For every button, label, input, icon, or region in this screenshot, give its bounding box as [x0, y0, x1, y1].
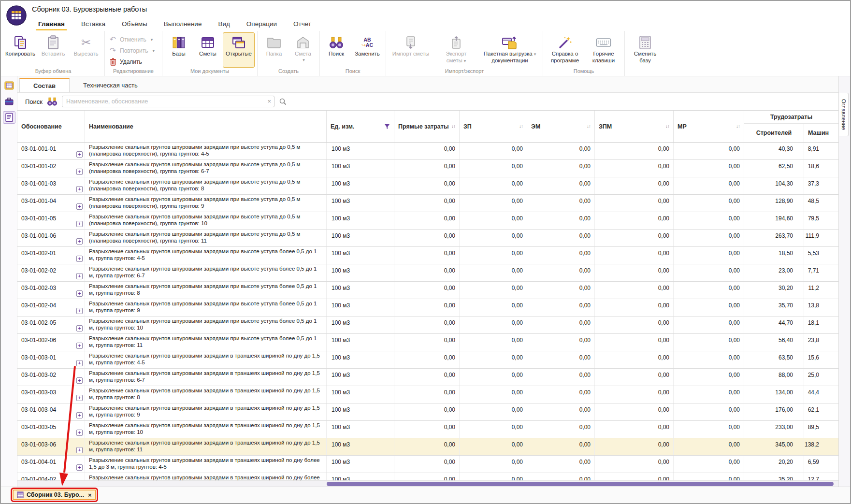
table-row[interactable]: 03-01-003-02+Разрыхление скальных грунто…: [17, 369, 838, 386]
table-row[interactable]: 03-01-003-06+Разрыхление скальных грунто…: [17, 438, 838, 456]
table-row[interactable]: 03-01-002-05+Разрыхление скальных грунто…: [17, 317, 838, 334]
expand-icon[interactable]: +: [76, 256, 83, 262]
header-zpm[interactable]: ЗПМ↓↑: [595, 111, 674, 142]
row-name-cell: Разрыхление скальных грунтов шпуровыми з…: [85, 177, 327, 194]
redo-button[interactable]: ↷ Повторить ▾: [107, 45, 159, 56]
table-row[interactable]: 03-01-002-01+Разрыхление скальных грунто…: [17, 247, 838, 264]
open-document-tab[interactable]: Сборник 03. Буро... ×: [13, 490, 96, 500]
clear-search-icon[interactable]: ×: [267, 98, 271, 105]
expand-icon[interactable]: +: [76, 169, 83, 175]
search-input[interactable]: [62, 96, 274, 107]
panel-document-icon[interactable]: [3, 111, 15, 124]
group-label-clipboard: Буфер обмена: [4, 68, 102, 76]
row-code-cell: 03-01-003-06+: [17, 438, 85, 455]
expand-icon[interactable]: +: [76, 360, 83, 366]
header-mr[interactable]: МР↓↑: [674, 111, 744, 142]
binoculars-icon[interactable]: [47, 97, 58, 106]
chevron-down-icon[interactable]: ▾: [534, 52, 536, 57]
table-row[interactable]: 03-01-003-04+Разрыхление скальных грунто…: [17, 403, 838, 421]
header-zp[interactable]: ЗП↓↑: [460, 111, 527, 142]
expand-icon[interactable]: +: [76, 151, 83, 158]
table-row[interactable]: 03-01-002-06+Разрыхление скальных грунто…: [17, 334, 838, 351]
expand-icon[interactable]: +: [76, 273, 83, 279]
header-em[interactable]: ЭМ↓↑: [527, 111, 595, 142]
estimates-label: Сметы: [199, 51, 216, 58]
table-row[interactable]: 03-01-001-03+Разрыхление скальных грунто…: [17, 177, 838, 195]
copy-button[interactable]: Копировать: [4, 32, 36, 68]
expand-icon[interactable]: +: [76, 412, 83, 418]
replace-button[interactable]: AB ↪AC Заменить: [351, 32, 383, 68]
table-row[interactable]: 03-01-003-03+Разрыхление скальных грунто…: [17, 386, 838, 403]
open-documents-button[interactable]: Открытые: [223, 32, 255, 68]
close-icon[interactable]: ×: [88, 491, 92, 499]
table-row[interactable]: 03-01-001-05+Разрыхление скальных грунто…: [17, 212, 838, 230]
help-about-button[interactable]: Справка о программе: [546, 32, 584, 68]
header-unit[interactable]: Ед. изм.: [327, 111, 394, 142]
ribbon-tab-view[interactable]: Вид: [211, 17, 237, 31]
table-row[interactable]: 03-01-003-05+Разрыхление скальных грунто…: [17, 421, 838, 438]
ribbon-tab-insert[interactable]: Вставка: [74, 17, 113, 31]
expand-icon[interactable]: +: [76, 238, 83, 245]
header-labor-builders[interactable]: Строителей: [744, 124, 804, 142]
ribbon-tab-volumes[interactable]: Объёмы: [115, 17, 155, 31]
table-row[interactable]: 03-01-002-04+Разрыхление скальных грунто…: [17, 299, 838, 317]
change-base-button[interactable]: Сменить базу: [627, 32, 663, 73]
hotkeys-button[interactable]: Горячие клавиши: [585, 32, 622, 68]
paste-button[interactable]: Вставить: [37, 32, 69, 68]
expand-icon[interactable]: +: [76, 203, 83, 210]
horizontal-scrollbar[interactable]: [17, 480, 838, 487]
expand-icon[interactable]: +: [76, 290, 83, 297]
panel-bases-icon[interactable]: [3, 79, 15, 92]
chevron-down-icon[interactable]: ▾: [151, 37, 153, 42]
filter-icon[interactable]: [384, 124, 390, 130]
table-row[interactable]: 03-01-002-02+Разрыхление скальных грунто…: [17, 264, 838, 282]
expand-icon[interactable]: +: [76, 447, 83, 453]
cut-button[interactable]: ✂ Вырезать: [70, 32, 102, 68]
estimates-button[interactable]: Сметы: [194, 32, 222, 68]
expand-icon[interactable]: +: [76, 343, 83, 349]
chevron-down-icon[interactable]: ▾: [464, 58, 466, 63]
tab-sostav[interactable]: Состав: [19, 78, 70, 92]
expand-icon[interactable]: +: [76, 325, 83, 331]
help-about-label: Справка о программе: [547, 51, 583, 64]
ribbon-tab-report[interactable]: Отчет: [286, 17, 318, 31]
create-folder-button[interactable]: Папка: [260, 32, 288, 68]
header-labor-machines[interactable]: Машин: [804, 124, 838, 142]
table-row[interactable]: 03-01-002-03+Разрыхление скальных грунто…: [17, 282, 838, 299]
undo-button[interactable]: ↶ Отменить ▾: [107, 34, 159, 44]
bases-button[interactable]: Базы: [165, 32, 193, 68]
table-row[interactable]: 03-01-001-06+Разрыхление скальных грунто…: [17, 230, 838, 247]
scrollbar-thumb[interactable]: [327, 482, 834, 486]
ribbon-tab-operations[interactable]: Операции: [239, 17, 284, 31]
table-row[interactable]: 03-01-001-04+Разрыхление скальных грунто…: [17, 195, 838, 212]
table-row[interactable]: 03-01-004-01+Разрыхление скальных грунто…: [17, 456, 838, 473]
batch-export-button[interactable]: Пакетная выгрузка▾ документации: [479, 32, 540, 68]
header-direct-costs[interactable]: Прямые затраты↓↑: [394, 111, 460, 142]
expand-icon[interactable]: +: [76, 221, 83, 227]
header-name[interactable]: Наименование: [85, 111, 327, 142]
magnifier-icon[interactable]: [279, 98, 287, 105]
export-estimate-button[interactable]: Экспорт сметы▾: [434, 32, 478, 68]
expand-icon[interactable]: +: [76, 308, 83, 314]
expand-icon[interactable]: +: [76, 464, 83, 471]
table-row[interactable]: 03-01-001-01+Разрыхление скальных грунто…: [17, 143, 838, 160]
expand-icon[interactable]: +: [76, 186, 83, 192]
chevron-down-icon[interactable]: ▾: [153, 48, 155, 53]
create-estimate-button[interactable]: Смета ▾: [289, 32, 317, 68]
expand-icon[interactable]: +: [76, 377, 83, 384]
delete-button[interactable]: Удалить: [107, 57, 159, 67]
ribbon-tab-execution[interactable]: Выполнение: [157, 17, 209, 31]
tab-technical-part[interactable]: Техническая часть: [70, 78, 151, 92]
panel-briefcase-icon[interactable]: [3, 95, 15, 108]
table-row[interactable]: 03-01-001-02+Разрыхление скальных грунто…: [17, 160, 838, 177]
expand-icon[interactable]: +: [76, 430, 83, 436]
table-row[interactable]: 03-01-003-01+Разрыхление скальных грунто…: [17, 351, 838, 369]
expand-icon[interactable]: +: [76, 395, 83, 401]
ribbon-tab-main[interactable]: Главная: [31, 17, 72, 31]
header-code[interactable]: Обоснование: [17, 111, 85, 142]
import-estimate-button[interactable]: Импорт сметы: [389, 32, 433, 68]
chevron-down-icon[interactable]: ▾: [303, 58, 305, 63]
row-builders-cell: 23,00: [744, 264, 804, 281]
find-button[interactable]: Поиск: [322, 32, 350, 68]
toc-side-tab[interactable]: Оглавление: [839, 93, 849, 136]
